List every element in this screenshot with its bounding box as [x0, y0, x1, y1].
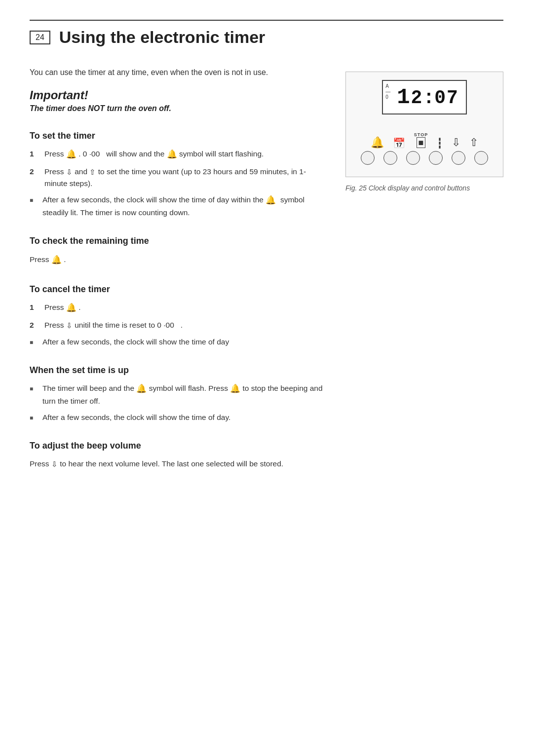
when-set-time-up-section: When the set time is up ■ The timer will…: [30, 365, 326, 423]
ctrl-circle-5[interactable]: [452, 151, 465, 165]
page-header: 24 Using the electronic timer: [30, 20, 503, 47]
main-content: You can use the timer at any time, even …: [30, 67, 503, 470]
list-text: Press 🔔 .: [44, 302, 326, 314]
list-number: 2: [30, 166, 38, 189]
list-bullet: ■: [30, 336, 37, 347]
important-heading: Important!: [30, 88, 326, 102]
ctrl-circle-1[interactable]: [361, 151, 375, 165]
list-text: The timer will beep and the 🔔 symbol wil…: [42, 382, 326, 407]
list-bullet: ■: [30, 382, 37, 407]
list-text: Press ⇩ and ⇧ to set the time you want (…: [44, 166, 326, 189]
cancel-timer-heading: To cancel the timer: [30, 284, 326, 295]
when-set-time-up-heading: When the set time is up: [30, 365, 326, 376]
adjust-beep-press-text: Press ⇩ to hear the next volume level. T…: [30, 458, 326, 470]
cancel-timer-list: 1 Press 🔔 . 2 Press ⇩ unitil the time is…: [30, 302, 326, 347]
cancel-timer-section: To cancel the timer 1 Press 🔔 . 2 Press …: [30, 284, 326, 347]
adjust-beep-section: To adjust the beep volume Press ⇩ to hea…: [30, 441, 326, 470]
page-title: Using the electronic timer: [59, 28, 266, 47]
set-timer-section: To set the timer 1 Press 🔔 . 0 ·00 will …: [30, 131, 326, 218]
clock-small-icon: A—0: [385, 83, 390, 100]
clock-panel: A—0 12:07 🔔 📅 STOP ■: [345, 72, 503, 177]
ctrl-calendar-group: 📅: [393, 138, 405, 148]
important-subtext: The timer does NOT turn the oven off.: [30, 104, 326, 113]
fig-caption: Fig. 25 Clock display and control button…: [345, 184, 503, 192]
list-item: 1 Press 🔔 .: [30, 302, 326, 314]
list-item: ■ After a few seconds, the clock will sh…: [30, 336, 326, 347]
list-item: 1 Press 🔔 . 0 ·00 will show and the 🔔 sy…: [30, 148, 326, 161]
ctrl-up-group: ⇧: [469, 137, 478, 148]
list-text: Press ⇩ unitil the time is reset to 0 ·0…: [44, 319, 326, 331]
list-number: 2: [30, 319, 38, 331]
volume-icon: ┇: [437, 138, 443, 148]
list-text: After a few seconds, the clock will show…: [42, 194, 326, 218]
list-bullet: ■: [30, 194, 37, 218]
ctrl-circle-2[interactable]: [383, 151, 397, 165]
intro-text: You can use the timer at any time, even …: [30, 67, 326, 78]
left-column: You can use the timer at any time, even …: [30, 67, 326, 470]
clock-time: 12:07: [390, 85, 459, 110]
clock-display: A—0 12:07: [382, 80, 467, 114]
right-column: A—0 12:07 🔔 📅 STOP ■: [345, 67, 503, 470]
when-set-time-up-list: ■ The timer will beep and the 🔔 symbol w…: [30, 382, 326, 423]
ctrl-down-group: ⇩: [452, 137, 460, 148]
check-time-press-text: Press 🔔 .: [30, 253, 326, 266]
set-timer-heading: To set the timer: [30, 131, 326, 141]
ctrl-stop-group: STOP ■: [414, 132, 428, 148]
stop-label: STOP: [414, 132, 428, 137]
list-item: ■ After a few seconds, the clock will sh…: [30, 412, 326, 423]
stop-icon: ■: [417, 137, 426, 148]
check-time-heading: To check the remaining time: [30, 236, 326, 246]
list-item: ■ After a few seconds, the clock will sh…: [30, 194, 326, 218]
list-bullet: ■: [30, 412, 37, 423]
page-number: 24: [30, 31, 50, 44]
list-item: 2 Press ⇩ unitil the time is reset to 0 …: [30, 319, 326, 331]
set-timer-list: 1 Press 🔔 . 0 ·00 will show and the 🔔 sy…: [30, 148, 326, 218]
list-item: ■ The timer will beep and the 🔔 symbol w…: [30, 382, 326, 407]
list-text: Press 🔔 . 0 ·00 will show and the 🔔 symb…: [44, 148, 326, 161]
calendar-icon: 📅: [393, 138, 405, 148]
up-arrow-icon: ⇧: [469, 137, 478, 148]
ctrl-circle-3[interactable]: [406, 151, 420, 165]
ctrl-bell-group: 🔔: [371, 137, 384, 148]
ctrl-circle-4[interactable]: [429, 151, 443, 165]
down-arrow-icon: ⇩: [452, 137, 460, 148]
bell-icon: 🔔: [371, 137, 384, 148]
check-time-section: To check the remaining time Press 🔔 .: [30, 236, 326, 266]
list-item: 2 Press ⇩ and ⇧ to set the time you want…: [30, 166, 326, 189]
important-section: Important! The timer does NOT turn the o…: [30, 88, 326, 113]
adjust-beep-heading: To adjust the beep volume: [30, 441, 326, 451]
list-number: 1: [30, 302, 38, 314]
ctrl-volume-group: ┇: [437, 138, 443, 148]
list-number: 1: [30, 148, 38, 161]
list-text: After a few seconds, the clock will show…: [42, 412, 326, 423]
list-text: After a few seconds, the clock will show…: [42, 336, 326, 347]
ctrl-circle-6[interactable]: [474, 151, 488, 165]
